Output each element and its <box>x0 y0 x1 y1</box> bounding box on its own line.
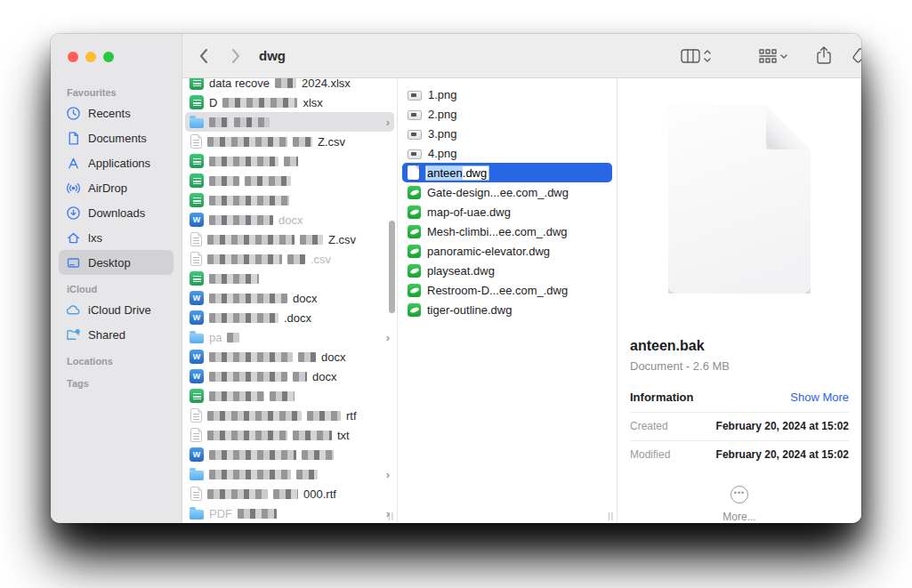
file-item-anteen-dwg[interactable]: anteen.dwg <box>402 163 612 182</box>
redacted-file-row-9[interactable]: Z.csv <box>182 230 397 249</box>
modified-row: Modified February 20, 2024 at 15:02 <box>630 440 849 461</box>
file-item-map-of-uae-dwg[interactable]: map-of-uae.dwg <box>398 202 617 222</box>
file-item-restroom-d-ee-com-dwg[interactable]: Restroom-D...ee.com_.dwg <box>398 280 617 300</box>
redacted-text-block <box>207 411 302 421</box>
file-name-label: Restroom-D...ee.com_.dwg <box>427 284 568 297</box>
image-thumbnail-icon <box>408 110 422 120</box>
more-label[interactable]: More... <box>630 511 849 523</box>
file-item-1-png[interactable]: 1.png <box>398 85 617 104</box>
group-icon[interactable] <box>759 48 787 64</box>
folder-icon <box>190 471 204 480</box>
redacted-text-block <box>238 509 277 519</box>
word-file-icon <box>190 369 204 383</box>
sidebar-item-applications[interactable]: Applications <box>59 150 174 175</box>
sidebar-item-airdrop[interactable]: AirDrop <box>59 175 174 200</box>
redacted-file-row-3[interactable]: › <box>185 112 394 132</box>
sidebar-item-downloads[interactable]: Downloads <box>59 200 174 225</box>
file-name-fragment: .docx <box>284 311 311 325</box>
file-name-label: playseat.dwg <box>427 264 495 278</box>
file-item-gate-design-ee-com-dwg[interactable]: Gate-design...ee.com_.dwg <box>398 182 617 202</box>
redacted-text-block <box>207 489 268 499</box>
redacted-file-row-15[interactable]: docx <box>182 347 397 366</box>
redacted-file-row-4[interactable]: Z.csv <box>182 132 397 151</box>
redacted-text-block <box>234 117 270 127</box>
file-name-fragment: rtf <box>346 409 357 423</box>
column1-scrollbar[interactable] <box>389 221 395 313</box>
redacted-file-row-19[interactable]: txt <box>182 425 397 445</box>
column2-resize-handle[interactable]: || <box>608 511 614 520</box>
show-more-link[interactable]: Show More <box>790 391 849 404</box>
redacted-text-block <box>209 215 273 225</box>
redacted-text-block <box>209 352 293 362</box>
redacted-file-row-10[interactable]: .csv <box>182 249 397 269</box>
dwg-file-icon <box>408 264 421 278</box>
image-thumbnail-icon <box>408 130 422 140</box>
sidebar-item-label: iCloud Drive <box>88 303 151 317</box>
close-button[interactable] <box>68 52 78 62</box>
sidebar-item-label: Downloads <box>88 206 145 220</box>
file-item-2-png[interactable]: 2.png <box>398 104 617 124</box>
redacted-file-row-6[interactable] <box>182 171 397 190</box>
sidebar-item-label: Recents <box>88 107 131 120</box>
file-name-label: tiger-outline.dwg <box>427 303 512 317</box>
redacted-text-block <box>209 372 287 382</box>
sidebar-item-documents[interactable]: Documents <box>59 125 174 150</box>
redacted-file-row-14[interactable]: pa› <box>182 327 397 347</box>
redacted-file-row-21[interactable]: › <box>182 464 397 484</box>
preview-file-name: anteen.bak <box>630 338 849 354</box>
file-item-mesh-climbi-ee-com-dwg[interactable]: Mesh-climbi...ee.com_.dwg <box>398 222 617 241</box>
redacted-file-row-8[interactable]: docx <box>182 210 397 230</box>
redacted-text-block <box>207 137 287 147</box>
redacted-file-row-18[interactable]: rtf <box>182 406 397 425</box>
file-item-playseat-dwg[interactable]: playseat.dwg <box>398 261 617 280</box>
file-item-panoramic-elevator-dwg[interactable]: panoramic-elevator.dwg <box>398 241 617 261</box>
file-rename-field[interactable]: anteen.dwg <box>425 165 489 181</box>
modified-value: February 20, 2024 at 15:02 <box>716 448 849 461</box>
redacted-text-block <box>296 470 318 479</box>
file-item-tiger-outline-dwg[interactable]: tiger-outline.dwg <box>398 300 617 319</box>
redacted-file-row-11[interactable] <box>182 269 397 288</box>
redacted-file-row-16[interactable]: docx <box>182 366 397 386</box>
column1-resize-handle[interactable]: || <box>388 511 394 520</box>
minimize-button[interactable] <box>85 52 96 62</box>
sidebar-item-recents[interactable]: Recents <box>59 101 174 125</box>
back-button[interactable] <box>198 48 209 64</box>
zoom-button[interactable] <box>103 52 114 62</box>
redacted-file-row-13[interactable]: .docx <box>182 308 397 327</box>
sidebar-item-shared[interactable]: Shared <box>59 322 174 347</box>
share-icon[interactable] <box>816 46 832 65</box>
redacted-text-block <box>222 98 297 108</box>
excel-file-icon <box>190 271 204 286</box>
redacted-text-block <box>209 391 264 401</box>
rename-selected-text: anteen <box>427 166 463 180</box>
redacted-text-block <box>284 157 298 166</box>
desktop-icon <box>65 255 81 270</box>
redacted-file-row-22[interactable]: 000.rtf <box>182 484 397 503</box>
file-item-3-png[interactable]: 3.png <box>398 124 617 143</box>
redacted-file-row-5[interactable] <box>182 151 397 171</box>
sidebar-item-lxs[interactable]: lxs <box>59 225 174 250</box>
redacted-file-row-17[interactable] <box>182 386 397 406</box>
file-item-4-png[interactable]: 4.png <box>398 143 617 163</box>
modified-label: Modified <box>630 448 670 461</box>
image-thumbnail-icon <box>408 149 422 159</box>
sidebar-item-icloud-drive[interactable]: iCloud Drive <box>59 297 174 322</box>
redacted-file-row-7[interactable] <box>182 190 397 210</box>
excel-file-icon <box>190 95 204 109</box>
sidebar-item-desktop[interactable]: Desktop <box>59 250 174 275</box>
image-thumbnail-icon <box>408 91 422 101</box>
redacted-file-row-20[interactable] <box>182 445 397 464</box>
redacted-file-row-12[interactable]: docx <box>182 288 397 308</box>
ellipsis-circle-icon[interactable]: ••• <box>730 486 748 503</box>
redacted-file-row-2[interactable]: Dxlsx <box>182 93 397 112</box>
redacted-text-block <box>207 235 295 245</box>
tags-icon[interactable] <box>851 47 861 65</box>
information-header: Information <box>630 391 694 404</box>
redacted-file-row-23[interactable]: PDF› <box>182 503 397 523</box>
forward-button[interactable] <box>230 48 241 64</box>
sidebar-section-header-tags: Tags <box>51 369 182 391</box>
view-columns-icon[interactable] <box>681 47 714 65</box>
redacted-file-row-1[interactable]: data recove2024.xlsx <box>182 78 397 93</box>
dwg-file-icon <box>408 284 421 297</box>
redacted-text-block <box>298 352 316 362</box>
